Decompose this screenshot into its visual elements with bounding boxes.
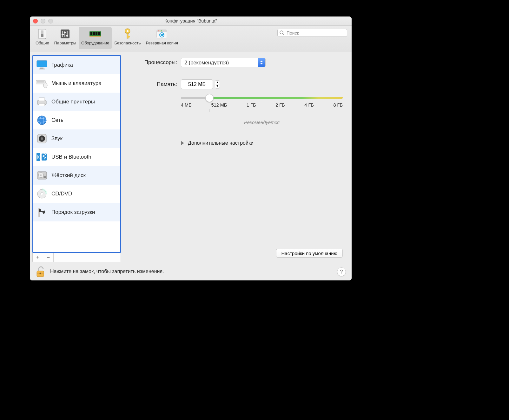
keyboard-mouse-icon (36, 77, 48, 90)
sidebar-item-label: Сеть (51, 117, 63, 123)
usb-bluetooth-icon (36, 151, 48, 163)
sidebar-add-remove-bar: + − (32, 253, 121, 262)
lock-hint-text: Нажмите на замок, чтобы запретить измене… (50, 269, 164, 274)
tick-label: 1 ГБ (247, 102, 256, 108)
sidebar-item-usb-bluetooth[interactable]: USB и Bluetooth (33, 148, 120, 166)
dropdown-arrows-icon (258, 58, 265, 67)
flag-icon (36, 206, 48, 219)
sidebar-item-sound[interactable]: Звук (33, 129, 120, 148)
memory-slider-thumb[interactable] (205, 94, 214, 102)
tick-label: 4 МБ (181, 102, 192, 108)
svg-rect-8 (64, 32, 66, 33)
sidebar-item-label: Графика (51, 62, 73, 68)
tab-label: Общие (36, 41, 49, 45)
sidebar-item-network[interactable]: Сеть (33, 111, 120, 129)
svg-rect-31 (37, 61, 47, 67)
tick-label: 4 ГБ (304, 102, 314, 108)
svg-rect-19 (127, 33, 128, 38)
hardware-sidebar: Графика Мышь и клавиатура Общие принтеры… (32, 55, 121, 253)
svg-point-55 (41, 193, 43, 195)
minimize-window-button[interactable] (41, 19, 45, 23)
memory-stepper[interactable]: ▲ ▼ (215, 80, 220, 89)
tick-label: 512 МБ (211, 102, 227, 108)
tab-label: Оборудование (81, 41, 109, 45)
hard-disk-icon (36, 169, 48, 182)
svg-rect-53 (43, 176, 46, 178)
toolbar: Общие Параметры Оборудование Безопасност… (30, 26, 352, 52)
advanced-settings-label: Дополнительные настройки (188, 140, 254, 146)
svg-rect-21 (128, 37, 129, 38)
unlocked-padlock-icon[interactable] (36, 266, 46, 277)
tick-label: 2 ГБ (275, 102, 285, 108)
svg-rect-11 (90, 32, 92, 35)
sidebar-item-printers[interactable]: Общие принтеры (33, 93, 120, 111)
titlebar: Конфигурация "Bubunta" (30, 16, 352, 26)
globe-icon (36, 114, 48, 127)
svg-rect-13 (96, 32, 97, 35)
config-window: Конфигурация "Bubunta" Общие Параметры (30, 16, 352, 280)
tab-security[interactable]: Безопасность (112, 27, 143, 49)
memory-label: Память: (132, 81, 181, 88)
key-icon (122, 28, 133, 40)
tab-general[interactable]: Общие (33, 27, 52, 49)
memory-slider-ticks: 4 МБ 512 МБ 1 ГБ 2 ГБ 4 ГБ 8 ГБ (181, 102, 343, 108)
sidebar-item-label: CD/DVD (51, 191, 72, 197)
sliders-icon (59, 28, 71, 40)
remove-device-button[interactable]: − (43, 253, 54, 262)
sidebar-item-label: Общие принтеры (51, 99, 95, 105)
add-device-button[interactable]: + (33, 253, 43, 262)
sidebar-item-boot-order[interactable]: Порядок загрузки (33, 203, 120, 221)
disc-icon (36, 187, 48, 200)
printer-icon (36, 95, 48, 108)
memory-slider[interactable] (181, 97, 343, 99)
tab-label: Резервная копия (146, 41, 178, 45)
svg-point-18 (127, 30, 129, 32)
search-input[interactable] (277, 29, 347, 37)
cpu-label: Процессоры: (132, 59, 181, 66)
close-window-button[interactable] (33, 19, 38, 23)
svg-point-25 (160, 30, 161, 31)
svg-point-24 (158, 30, 159, 31)
restore-defaults-button[interactable]: Настройки по умолчанию (276, 249, 343, 258)
sidebar-item-label: Мышь и клавиатура (51, 80, 102, 87)
sidebar-item-label: USB и Bluetooth (51, 154, 91, 160)
recommended-range-label: Рекомендуется (181, 120, 343, 125)
svg-rect-14 (98, 32, 100, 35)
tab-backup[interactable]: Резервная копия (143, 27, 181, 49)
speaker-icon (36, 132, 48, 145)
sidebar-item-hard-disk[interactable]: Жёсткий диск (33, 166, 120, 185)
tab-options[interactable]: Параметры (52, 27, 79, 49)
hardware-settings-pane: Процессоры: 2 (рекомендуется) Память: ▲ … (121, 52, 352, 262)
svg-rect-16 (89, 36, 101, 37)
help-button[interactable]: ? (337, 267, 346, 276)
sidebar-item-mouse-keyboard[interactable]: Мышь и клавиатура (33, 74, 120, 93)
tab-hardware[interactable]: Оборудование (79, 27, 112, 49)
svg-point-60 (40, 273, 41, 274)
memory-input[interactable] (181, 79, 213, 89)
svg-rect-7 (62, 34, 64, 35)
sidebar-item-graphics[interactable]: Графика (33, 56, 120, 74)
svg-point-37 (43, 83, 47, 88)
tab-label: Параметры (54, 41, 76, 45)
window-title: Конфигурация "Bubunta" (164, 18, 217, 23)
window-footer: Нажмите на замок, чтобы запретить измене… (30, 262, 352, 280)
ram-icon (89, 28, 101, 40)
svg-point-52 (40, 174, 42, 176)
search-icon (280, 30, 284, 35)
svg-point-26 (161, 30, 162, 31)
time-machine-icon (156, 28, 168, 40)
sidebar-item-label: Звук (51, 135, 63, 142)
svg-point-47 (41, 137, 43, 140)
memory-step-down[interactable]: ▼ (215, 84, 220, 89)
monitor-icon (36, 59, 48, 71)
memory-step-up[interactable]: ▲ (215, 80, 220, 84)
sidebar-item-cd-dvd[interactable]: CD/DVD (33, 185, 120, 203)
svg-rect-12 (93, 32, 95, 35)
advanced-settings-disclosure[interactable]: Дополнительные настройки (181, 140, 343, 146)
zoom-window-button[interactable] (48, 19, 53, 23)
svg-rect-48 (36, 153, 40, 161)
svg-rect-9 (66, 35, 68, 36)
cpu-select[interactable]: 2 (рекомендуется) (181, 58, 266, 67)
cpu-select-value: 2 (рекомендуется) (184, 60, 229, 66)
sidebar-item-label: Жёсткий диск (51, 172, 86, 179)
